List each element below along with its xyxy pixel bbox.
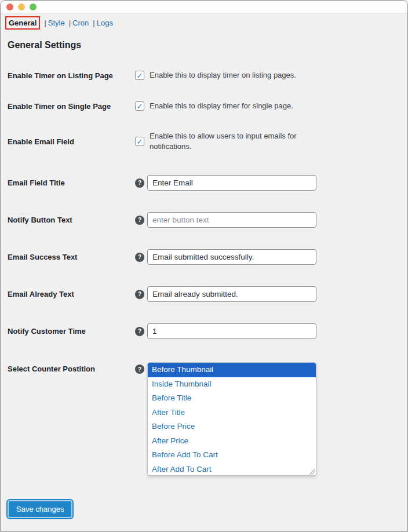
setting-row-email-field-title: Email Field Title ?: [1, 175, 407, 191]
tab-style[interactable]: Style: [48, 19, 65, 27]
setting-row-email-success-text: Email Success Text ?: [1, 249, 407, 265]
option-after-add-to-cart[interactable]: After Add To Cart: [148, 462, 316, 476]
window-titlebar: [1, 1, 407, 13]
setting-description: Enable this to display timer on listing …: [150, 70, 296, 81]
setting-row-notify-customer-time: Notify Customer Time ?: [1, 323, 407, 339]
setting-label: Enable Timer on Listing Page: [8, 71, 135, 81]
email-field-title-input[interactable]: [147, 175, 316, 191]
setting-label: Notify Button Text: [8, 215, 135, 225]
help-icon[interactable]: ?: [135, 327, 144, 336]
option-after-price[interactable]: After Price: [148, 434, 316, 449]
option-inside-thumbnail[interactable]: Inside Thumbnail: [148, 377, 316, 392]
resize-grip-icon[interactable]: [309, 469, 315, 475]
settings-tab-bar: General | Style | Cron | Logs: [5, 16, 407, 29]
minimize-window-icon[interactable]: [18, 3, 25, 10]
notify-button-text-input[interactable]: [147, 212, 316, 228]
app-window: General | Style | Cron | Logs General Se…: [0, 0, 408, 532]
option-before-title[interactable]: Before Title: [148, 391, 316, 406]
counter-position-listbox[interactable]: Before Thumbnail Inside Thumbnail Before…: [147, 362, 316, 476]
option-before-price[interactable]: Before Price: [148, 420, 316, 434]
setting-label: Email Success Text: [8, 252, 135, 262]
setting-label: Enable Timer on Single Page: [8, 101, 135, 111]
option-before-thumbnail[interactable]: Before Thumbnail: [148, 363, 316, 377]
option-after-title[interactable]: After Title: [148, 406, 316, 420]
setting-label: Notify Customer Time: [8, 326, 135, 336]
tab-separator: |: [93, 19, 94, 27]
notify-customer-time-input[interactable]: [147, 323, 316, 339]
help-icon[interactable]: ?: [135, 253, 144, 262]
setting-description: Enable this to display timer for single …: [150, 101, 293, 111]
help-icon[interactable]: ?: [135, 178, 144, 188]
tab-logs[interactable]: Logs: [97, 19, 113, 27]
setting-row-enable-timer-listing: Enable Timer on Listing Page ✓ Enable th…: [1, 70, 407, 81]
setting-label: Email Already Text: [8, 289, 135, 299]
email-success-text-input[interactable]: [147, 249, 316, 265]
option-before-add-to-cart[interactable]: Before Add To Cart: [148, 448, 316, 462]
setting-label: Enable Email Field: [8, 137, 135, 147]
zoom-window-icon[interactable]: [30, 3, 37, 10]
setting-description: Enable this to allow users to input emai…: [150, 131, 301, 152]
tab-separator: |: [69, 19, 71, 27]
setting-row-notify-button-text: Notify Button Text ?: [1, 212, 407, 228]
setting-row-email-already-text: Email Already Text ?: [1, 286, 407, 302]
tab-general annotation-box[interactable]: General: [5, 16, 40, 30]
tab-cron[interactable]: Cron: [72, 19, 89, 27]
setting-label: Select Counter Postition: [8, 362, 135, 377]
enable-email-field-checkbox checked-checkbox-icon[interactable]: ✓: [135, 137, 144, 146]
setting-label: Email Field Title: [8, 178, 135, 188]
enable-timer-listing-checkbox checked-checkbox-icon[interactable]: ✓: [135, 71, 144, 80]
setting-row-enable-email-field: Enable Email Field ✓ Enable this to allo…: [1, 131, 407, 152]
save-changes-button[interactable]: Save changes: [8, 500, 72, 518]
close-window-icon[interactable]: [6, 3, 13, 10]
setting-row-enable-timer-single: Enable Timer on Single Page ✓ Enable thi…: [1, 101, 407, 111]
enable-timer-single-checkbox checked-checkbox-icon[interactable]: ✓: [135, 101, 144, 111]
page-title: General Settings: [8, 40, 407, 51]
tab-separator: |: [44, 19, 46, 27]
help-icon[interactable]: ?: [135, 216, 144, 225]
help-icon[interactable]: ?: [135, 290, 144, 299]
email-already-text-input[interactable]: [147, 286, 316, 302]
setting-row-counter-position: Select Counter Postition ? Before Thumbn…: [1, 362, 407, 476]
settings-page: General | Style | Cron | Logs General Se…: [1, 16, 407, 518]
help-icon[interactable]: ?: [135, 365, 144, 374]
